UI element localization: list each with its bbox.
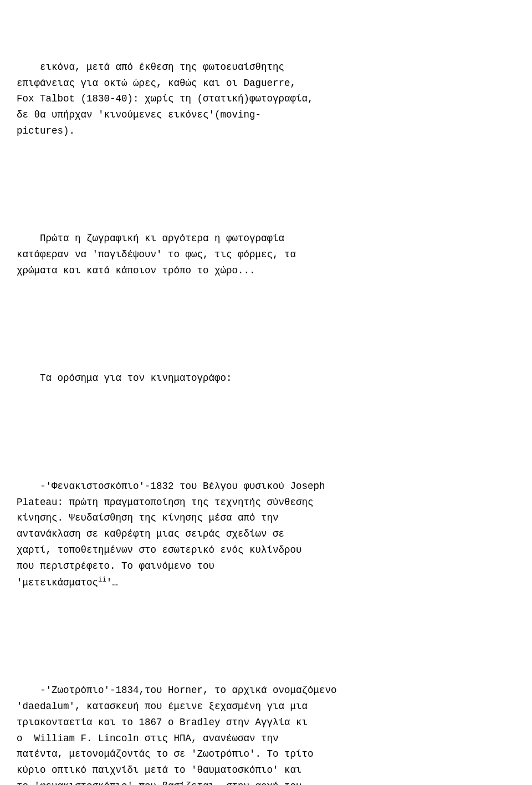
paragraph-1-text: εικόνα, μετά από έκθεση της φωτοευαίσθητ… [17, 62, 314, 137]
paragraph-2-text: Πρώτα η ζωγραφική κι αργότερα η φωτογραφ… [17, 233, 296, 276]
paragraph-2: Πρώτα η ζωγραφική κι αργότερα η φωτογραφ… [17, 215, 515, 295]
paragraph-4: -'Φενακιστοσκόπιο'-1832 του Βέλγου φυσικ… [17, 462, 515, 607]
superscript-ii: ii [98, 576, 106, 584]
paragraph-3-text: Τα ορόσημα για τον κινηματογράφο: [40, 373, 232, 384]
main-content: εικόνα, μετά από έκθεση της φωτοευαίσθητ… [17, 11, 515, 785]
paragraph-4-text: -'Φενακιστοσκόπιο'-1832 του Βέλγου φυσικ… [17, 481, 325, 588]
paragraph-3: Τα ορόσημα για τον κινηματογράφο: [17, 355, 515, 403]
paragraph-5-text: -'Ζωοτρόπιο'-1834,του Horner, το αρχικά … [17, 685, 337, 785]
paragraph-5: -'Ζωοτρόπιο'-1834,του Horner, το αρχικά … [17, 666, 515, 785]
paragraph-1: εικόνα, μετά από έκθεση της φωτοευαίσθητ… [17, 43, 515, 155]
